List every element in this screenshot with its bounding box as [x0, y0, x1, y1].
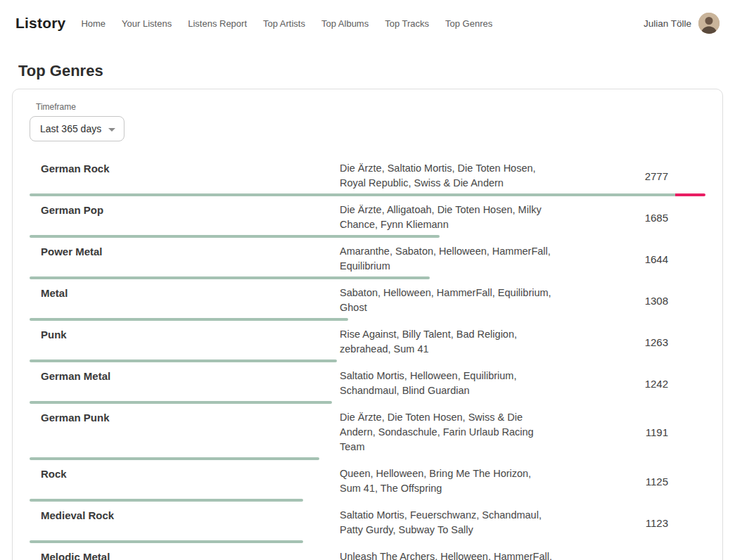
genre-count: 1685 [565, 210, 705, 225]
genre-count: 1308 [565, 293, 705, 308]
nav-item-home[interactable]: Home [81, 18, 106, 29]
genre-bar [30, 540, 303, 543]
genre-bar [30, 401, 332, 404]
genre-name: Power Metal [30, 244, 340, 259]
genre-name: Punk [30, 327, 340, 342]
genre-artists: Die Ärzte, Die Toten Hosen, Swiss & Die … [340, 410, 565, 454]
timeframe-select[interactable]: Last 365 days [30, 116, 124, 141]
user-name: Julian Tölle [644, 18, 691, 29]
genre-count: 2777 [565, 169, 705, 184]
top-genres-card: Timeframe Last 365 days German Rock Die … [12, 89, 723, 560]
genre-name: German Punk [30, 410, 340, 425]
genre-artists: Saltatio Mortis, Feuerschwanz, Schandmau… [340, 508, 565, 537]
genre-count: 1191 [565, 425, 705, 440]
genre-name: Rock [30, 466, 340, 481]
genre-artists: Saltatio Mortis, Helloween, Equilibrium,… [340, 369, 565, 398]
table-row: German Punk Die Ärzte, Die Toten Hosen, … [30, 406, 705, 462]
nav-item-listens-report[interactable]: Listens Report [188, 18, 247, 29]
genre-count: 1644 [565, 252, 705, 267]
table-row: Metal Sabaton, Helloween, HammerFall, Eq… [30, 281, 705, 323]
genre-name: Medieval Rock [30, 508, 340, 523]
genre-artists: Die Ärzte, Saltatio Mortis, Die Toten Ho… [340, 161, 565, 191]
table-row: Medieval Rock Saltatio Mortis, Feuerschw… [30, 504, 705, 545]
table-row: Rock Queen, Helloween, Bring Me The Hori… [30, 462, 705, 504]
genre-bar [30, 457, 319, 460]
genre-bar [30, 193, 705, 196]
table-row: German Pop Die Ärzte, Alligatoah, Die To… [30, 198, 705, 240]
genre-name: German Pop [30, 203, 340, 217]
user-avatar-icon[interactable] [698, 13, 720, 34]
genre-artists: Amaranthe, Sabaton, Helloween, HammerFal… [340, 244, 565, 274]
nav-item-top-artists[interactable]: Top Artists [263, 18, 305, 29]
table-row: Melodic Metal Unleash The Archers, Hello… [30, 545, 705, 560]
table-row: German Rock Die Ärzte, Saltatio Mortis, … [30, 157, 705, 198]
table-row: Power Metal Amaranthe, Sabaton, Hellowee… [30, 240, 705, 281]
table-row: Punk Rise Against, Billy Talent, Bad Rel… [30, 323, 705, 364]
genre-bar [30, 276, 430, 279]
genre-name: German Metal [30, 369, 340, 383]
genre-count: 1242 [565, 376, 705, 391]
genre-bar [30, 359, 337, 362]
nav-item-your-listens[interactable]: Your Listens [122, 18, 172, 29]
genres-table: German Rock Die Ärzte, Saltatio Mortis, … [30, 157, 705, 560]
genre-bar [30, 318, 348, 321]
genre-name: Melodic Metal [30, 549, 340, 560]
genre-artists: Rise Against, Billy Talent, Bad Religion… [340, 327, 565, 357]
genre-artists: Die Ärzte, Alligatoah, Die Toten Hosen, … [340, 203, 565, 232]
genre-bar [30, 235, 440, 238]
table-row: German Metal Saltatio Mortis, Helloween,… [30, 364, 705, 406]
nav-item-top-albums[interactable]: Top Albums [321, 18, 369, 29]
app-logo[interactable]: Listory [15, 15, 65, 32]
genre-artists: Sabaton, Helloween, HammerFall, Equilibr… [340, 286, 565, 315]
main-nav: Home Your Listens Listens Report Top Art… [81, 18, 492, 29]
timeframe-value: Last 365 days [40, 123, 101, 134]
genre-name: German Rock [30, 161, 340, 176]
genre-name: Metal [30, 286, 340, 300]
genre-artists: Queen, Helloween, Bring Me The Horizon, … [340, 466, 565, 496]
top-nav-bar: Listory Home Your Listens Listens Report… [0, 0, 735, 46]
genre-bar [30, 499, 303, 502]
genre-count: 1123 [565, 516, 705, 530]
user-menu[interactable]: Julian Tölle [644, 13, 720, 34]
genre-count: 1002 [565, 557, 705, 560]
genre-count: 1263 [565, 335, 705, 350]
nav-item-top-tracks[interactable]: Top Tracks [385, 18, 429, 29]
genre-artists: Unleash The Archers, Helloween, HammerFa… [340, 549, 565, 560]
timeframe-label: Timeframe [36, 102, 705, 112]
nav-item-top-genres[interactable]: Top Genres [445, 18, 492, 29]
page-title: Top Genres [18, 62, 735, 80]
genre-count: 1125 [565, 474, 705, 489]
chevron-down-icon [108, 128, 115, 132]
